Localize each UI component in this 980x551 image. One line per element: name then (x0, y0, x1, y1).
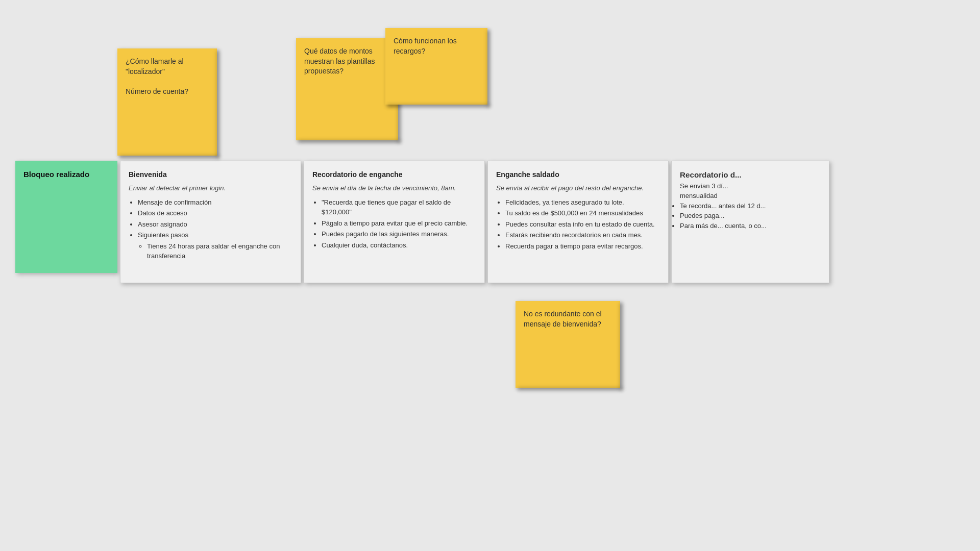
card-recordatorio-enganche[interactable]: Recordatorio de enganche Se envía el día… (304, 161, 485, 283)
card-enganche-saldado-list: Felicidades, ya tienes asegurado tu lote… (496, 197, 660, 252)
card-recordatorio-partial[interactable]: Recordatorio d... Se envían 3 dí...mensu… (671, 161, 829, 283)
card-recordatorio-enganche-subtitle: Se envía el día de la fecha de vencimien… (312, 183, 476, 193)
card-bloqueo-realizado[interactable]: Bloqueo realizado (15, 161, 117, 273)
card-enganche-saldado[interactable]: Enganche saldado Se envía al recibir el … (487, 161, 669, 283)
canvas: ¿Cómo llamarle al "localizador"Número de… (0, 0, 980, 551)
card-recordatorio-partial-title: Recordatorio d... (680, 169, 821, 181)
card-enganche-saldado-title: Enganche saldado (496, 169, 660, 180)
sticky-note-recargos[interactable]: Cómo funcionan los recargos? (385, 28, 487, 105)
card-bienvenida-title: Bienvenida (129, 169, 292, 180)
card-bienvenida-subtitle: Enviar al detectar el primer login. (129, 183, 292, 193)
card-enganche-saldado-subtitle: Se envía al recibir el pago del resto de… (496, 183, 660, 193)
sticky-note-redundante[interactable]: No es redundante con el mensaje de bienv… (516, 301, 620, 388)
sticky-note-plantillas[interactable]: Qué datos de montos muestran las plantil… (296, 38, 398, 140)
sticky-note-plantillas-text: Qué datos de montos muestran las plantil… (304, 47, 375, 75)
sticky-note-localizador-text: ¿Cómo llamarle al "localizador"Número de… (126, 57, 188, 95)
card-recordatorio-partial-subtitle: Se envían 3 dí...mensualidad (680, 181, 821, 201)
sticky-note-recargos-text: Cómo funcionan los recargos? (394, 37, 457, 55)
sticky-note-redundante-text: No es redundante con el mensaje de bienv… (524, 310, 602, 328)
card-recordatorio-enganche-list: "Recuerda que tienes que pagar el saldo … (312, 197, 476, 251)
card-recordatorio-enganche-title: Recordatorio de enganche (312, 169, 476, 180)
sticky-note-localizador[interactable]: ¿Cómo llamarle al "localizador"Número de… (117, 48, 217, 156)
card-bienvenida[interactable]: Bienvenida Enviar al detectar el primer … (120, 161, 301, 283)
card-recordatorio-partial-list: Te recorda... antes del 12 d... Puedes p… (680, 201, 821, 231)
card-bloqueo-realizado-title: Bloqueo realizado (23, 170, 89, 179)
card-bienvenida-list: Mensaje de confirmación Datos de acceso … (129, 197, 292, 261)
